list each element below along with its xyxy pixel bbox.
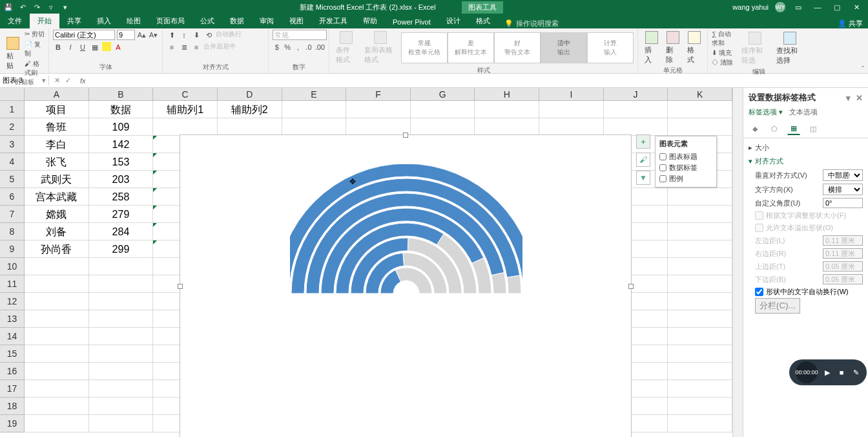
cell-B8[interactable]: 284 [89,223,154,240]
tab-formulas[interactable]: 公式 [192,14,222,28]
row-header-9[interactable]: 9 [0,240,24,258]
custom-angle-input[interactable] [823,198,863,208]
row-header-7[interactable]: 7 [0,206,24,223]
row-header-10[interactable]: 10 [0,258,24,275]
cell-A9[interactable]: 孙尚香 [25,240,89,258]
cell-K2[interactable] [668,118,732,136]
cell-G2[interactable] [411,118,475,136]
cell-K15[interactable] [668,345,732,363]
save-icon[interactable]: 💾 [4,3,13,12]
user-avatar[interactable]: WY [775,2,785,12]
tab-view[interactable]: 视图 [282,14,311,28]
column-header-E[interactable]: E [282,88,347,100]
cell-D2[interactable] [218,118,282,136]
cell-B13[interactable] [89,310,154,328]
cell-B3[interactable]: 142 [89,136,154,153]
fill-line-icon[interactable]: ◆ [749,122,761,135]
tab-file[interactable]: 文件 [0,14,30,28]
cell-K8[interactable] [668,223,732,240]
cell-E1[interactable] [282,101,347,118]
vertical-align-select[interactable]: 中部居中 [823,169,863,181]
decrease-font-icon[interactable]: A▾ [149,30,158,40]
row-header-2[interactable]: 2 [0,118,24,136]
row-header-19[interactable]: 19 [0,415,24,432]
cut-button[interactable]: ✂ 剪切 [25,30,45,39]
cell-K1[interactable] [668,101,732,118]
row-header-3[interactable]: 3 [0,136,24,153]
cell-D1[interactable]: 辅助列2 [218,101,282,118]
undo-icon[interactable]: ↶ [18,3,27,12]
cell-K16[interactable] [668,363,732,380]
column-header-F[interactable]: F [346,88,411,100]
recorder-play-icon[interactable]: ▶ [823,368,832,377]
cell-A4[interactable]: 张飞 [25,153,89,171]
cell-B16[interactable] [89,363,154,380]
italic-button[interactable]: I [65,42,76,52]
cell-F1[interactable] [346,101,411,118]
format-pane-close-icon[interactable]: ✕ [856,93,863,103]
chart-object[interactable]: ✥ [180,134,632,437]
row-header-18[interactable]: 18 [0,398,24,415]
resize-handle-w[interactable] [178,284,183,289]
share-button[interactable]: 👤 共享 [838,19,863,28]
row-header-8[interactable]: 8 [0,223,24,240]
cell-B14[interactable] [89,328,154,345]
cell-B2[interactable]: 109 [89,118,154,136]
cell-A7[interactable]: 嫦娥 [25,206,89,223]
tab-format[interactable]: 格式 [468,14,498,28]
row-header-11[interactable]: 11 [0,275,24,293]
fill-color-icon[interactable] [102,42,111,51]
cell-B1[interactable]: 数据 [89,101,154,118]
cell-I2[interactable] [539,118,604,136]
cell-A2[interactable]: 鲁班 [25,118,89,136]
cell-C1[interactable]: 辅助列1 [153,101,218,118]
cell-J1[interactable] [604,101,668,118]
format-cells-button[interactable]: 格式 [685,30,703,66]
cell-A14[interactable] [25,328,89,345]
select-all-button[interactable] [0,88,25,101]
fx-icon[interactable]: fx [76,77,90,85]
cancel-formula-icon[interactable]: ✕ [54,76,60,85]
cell-I1[interactable] [539,101,604,118]
cell-J2[interactable] [604,118,668,136]
autosum-button[interactable]: ∑ 自动求和 [712,30,736,48]
cell-H1[interactable] [475,101,539,118]
redo-icon[interactable]: ↷ [32,3,41,12]
collapse-ribbon-icon[interactable]: ⌃ [860,65,865,72]
size-properties-icon[interactable]: ▦ [787,122,800,135]
tab-review[interactable]: 审阅 [252,14,282,28]
tab-draw[interactable]: 绘图 [119,14,149,28]
cell-A1[interactable]: 项目 [25,101,89,118]
filter-icon[interactable]: ▿ [46,3,56,12]
cell-A3[interactable]: 李白 [25,136,89,153]
column-header-G[interactable]: G [411,88,475,100]
chart-filters-button[interactable]: ▼ [636,171,650,185]
column-header-B[interactable]: B [89,88,154,100]
row-header-4[interactable]: 4 [0,153,24,171]
cell-B15[interactable] [89,345,154,363]
font-color-icon[interactable]: A [113,42,123,52]
cell-B10[interactable] [89,258,154,275]
cell-A17[interactable] [25,380,89,398]
cell-K9[interactable] [668,240,732,258]
tab-data[interactable]: 数据 [222,14,252,28]
column-header-D[interactable]: D [218,88,282,100]
cell-K10[interactable] [668,258,732,275]
chart-title-toggle[interactable]: 图表标题 [659,151,712,162]
format-painter-button[interactable]: 🖌 格式刷 [25,59,45,78]
row-header-6[interactable]: 6 [0,188,24,206]
maximize-icon[interactable]: ▢ [831,3,843,12]
cell-B19[interactable] [89,415,154,432]
row-header-14[interactable]: 14 [0,328,24,345]
cell-A13[interactable] [25,310,89,328]
tell-me-search[interactable]: 💡操作说明搜索 [504,19,559,28]
tab-design[interactable]: 设计 [439,14,468,28]
row-header-12[interactable]: 12 [0,293,24,310]
clear-button[interactable]: ◇ 清除 [712,58,736,67]
cell-B11[interactable] [89,275,154,293]
tab-share[interactable]: 共享 [59,14,89,28]
legend-toggle[interactable]: 图例 [659,173,712,184]
cell-K17[interactable] [668,380,732,398]
cell-K14[interactable] [668,328,732,345]
cell-A16[interactable] [25,363,89,380]
